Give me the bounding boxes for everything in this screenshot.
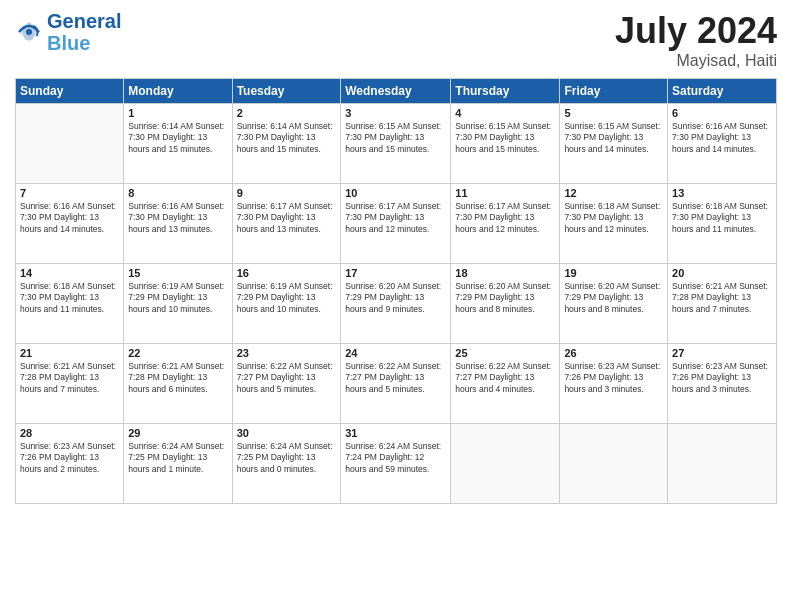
day-number: 3 xyxy=(345,107,446,119)
day-number: 11 xyxy=(455,187,555,199)
day-info: Sunrise: 6:17 AM Sunset: 7:30 PM Dayligh… xyxy=(345,201,446,235)
day-info: Sunrise: 6:23 AM Sunset: 7:26 PM Dayligh… xyxy=(20,441,119,475)
day-number: 30 xyxy=(237,427,337,439)
day-info: Sunrise: 6:17 AM Sunset: 7:30 PM Dayligh… xyxy=(237,201,337,235)
calendar-cell: 28Sunrise: 6:23 AM Sunset: 7:26 PM Dayli… xyxy=(16,424,124,504)
calendar-cell: 31Sunrise: 6:24 AM Sunset: 7:24 PM Dayli… xyxy=(341,424,451,504)
svg-point-2 xyxy=(26,29,32,35)
calendar-week-row: 21Sunrise: 6:21 AM Sunset: 7:28 PM Dayli… xyxy=(16,344,777,424)
calendar-cell: 16Sunrise: 6:19 AM Sunset: 7:29 PM Dayli… xyxy=(232,264,341,344)
day-info: Sunrise: 6:15 AM Sunset: 7:30 PM Dayligh… xyxy=(345,121,446,155)
calendar-cell: 25Sunrise: 6:22 AM Sunset: 7:27 PM Dayli… xyxy=(451,344,560,424)
weekday-header: Wednesday xyxy=(341,79,451,104)
weekday-header: Thursday xyxy=(451,79,560,104)
weekday-header: Sunday xyxy=(16,79,124,104)
calendar-cell xyxy=(560,424,668,504)
calendar-cell: 7Sunrise: 6:16 AM Sunset: 7:30 PM Daylig… xyxy=(16,184,124,264)
day-number: 8 xyxy=(128,187,227,199)
day-info: Sunrise: 6:16 AM Sunset: 7:30 PM Dayligh… xyxy=(672,121,772,155)
logo-line1: General xyxy=(47,10,121,32)
day-number: 27 xyxy=(672,347,772,359)
day-number: 15 xyxy=(128,267,227,279)
day-number: 1 xyxy=(128,107,227,119)
calendar-cell: 10Sunrise: 6:17 AM Sunset: 7:30 PM Dayli… xyxy=(341,184,451,264)
day-info: Sunrise: 6:24 AM Sunset: 7:25 PM Dayligh… xyxy=(128,441,227,475)
calendar-cell: 9Sunrise: 6:17 AM Sunset: 7:30 PM Daylig… xyxy=(232,184,341,264)
day-number: 26 xyxy=(564,347,663,359)
day-number: 18 xyxy=(455,267,555,279)
day-number: 14 xyxy=(20,267,119,279)
calendar-cell: 26Sunrise: 6:23 AM Sunset: 7:26 PM Dayli… xyxy=(560,344,668,424)
day-number: 17 xyxy=(345,267,446,279)
day-info: Sunrise: 6:15 AM Sunset: 7:30 PM Dayligh… xyxy=(455,121,555,155)
day-info: Sunrise: 6:21 AM Sunset: 7:28 PM Dayligh… xyxy=(672,281,772,315)
day-number: 21 xyxy=(20,347,119,359)
day-info: Sunrise: 6:19 AM Sunset: 7:29 PM Dayligh… xyxy=(237,281,337,315)
day-info: Sunrise: 6:22 AM Sunset: 7:27 PM Dayligh… xyxy=(237,361,337,395)
calendar-cell: 24Sunrise: 6:22 AM Sunset: 7:27 PM Dayli… xyxy=(341,344,451,424)
calendar-cell: 21Sunrise: 6:21 AM Sunset: 7:28 PM Dayli… xyxy=(16,344,124,424)
day-number: 10 xyxy=(345,187,446,199)
day-number: 7 xyxy=(20,187,119,199)
calendar-cell xyxy=(16,104,124,184)
calendar-cell: 4Sunrise: 6:15 AM Sunset: 7:30 PM Daylig… xyxy=(451,104,560,184)
day-info: Sunrise: 6:24 AM Sunset: 7:24 PM Dayligh… xyxy=(345,441,446,475)
day-info: Sunrise: 6:24 AM Sunset: 7:25 PM Dayligh… xyxy=(237,441,337,475)
day-number: 23 xyxy=(237,347,337,359)
calendar-cell xyxy=(668,424,777,504)
calendar-cell: 18Sunrise: 6:20 AM Sunset: 7:29 PM Dayli… xyxy=(451,264,560,344)
day-info: Sunrise: 6:20 AM Sunset: 7:29 PM Dayligh… xyxy=(455,281,555,315)
calendar-cell: 27Sunrise: 6:23 AM Sunset: 7:26 PM Dayli… xyxy=(668,344,777,424)
day-info: Sunrise: 6:21 AM Sunset: 7:28 PM Dayligh… xyxy=(128,361,227,395)
day-info: Sunrise: 6:18 AM Sunset: 7:30 PM Dayligh… xyxy=(672,201,772,235)
calendar-cell: 12Sunrise: 6:18 AM Sunset: 7:30 PM Dayli… xyxy=(560,184,668,264)
day-number: 6 xyxy=(672,107,772,119)
day-number: 2 xyxy=(237,107,337,119)
day-number: 25 xyxy=(455,347,555,359)
calendar-cell: 2Sunrise: 6:14 AM Sunset: 7:30 PM Daylig… xyxy=(232,104,341,184)
calendar-cell: 1Sunrise: 6:14 AM Sunset: 7:30 PM Daylig… xyxy=(124,104,232,184)
day-info: Sunrise: 6:23 AM Sunset: 7:26 PM Dayligh… xyxy=(564,361,663,395)
calendar: SundayMondayTuesdayWednesdayThursdayFrid… xyxy=(15,78,777,504)
day-info: Sunrise: 6:17 AM Sunset: 7:30 PM Dayligh… xyxy=(455,201,555,235)
day-info: Sunrise: 6:21 AM Sunset: 7:28 PM Dayligh… xyxy=(20,361,119,395)
day-number: 31 xyxy=(345,427,446,439)
day-number: 5 xyxy=(564,107,663,119)
day-info: Sunrise: 6:15 AM Sunset: 7:30 PM Dayligh… xyxy=(564,121,663,155)
calendar-cell: 5Sunrise: 6:15 AM Sunset: 7:30 PM Daylig… xyxy=(560,104,668,184)
day-number: 9 xyxy=(237,187,337,199)
day-info: Sunrise: 6:20 AM Sunset: 7:29 PM Dayligh… xyxy=(564,281,663,315)
location: Mayisad, Haiti xyxy=(615,52,777,70)
day-number: 20 xyxy=(672,267,772,279)
day-number: 24 xyxy=(345,347,446,359)
calendar-cell: 19Sunrise: 6:20 AM Sunset: 7:29 PM Dayli… xyxy=(560,264,668,344)
day-info: Sunrise: 6:18 AM Sunset: 7:30 PM Dayligh… xyxy=(20,281,119,315)
day-info: Sunrise: 6:14 AM Sunset: 7:30 PM Dayligh… xyxy=(237,121,337,155)
calendar-cell: 17Sunrise: 6:20 AM Sunset: 7:29 PM Dayli… xyxy=(341,264,451,344)
day-number: 22 xyxy=(128,347,227,359)
day-info: Sunrise: 6:23 AM Sunset: 7:26 PM Dayligh… xyxy=(672,361,772,395)
day-number: 28 xyxy=(20,427,119,439)
calendar-cell: 23Sunrise: 6:22 AM Sunset: 7:27 PM Dayli… xyxy=(232,344,341,424)
calendar-cell: 6Sunrise: 6:16 AM Sunset: 7:30 PM Daylig… xyxy=(668,104,777,184)
day-info: Sunrise: 6:19 AM Sunset: 7:29 PM Dayligh… xyxy=(128,281,227,315)
calendar-cell: 3Sunrise: 6:15 AM Sunset: 7:30 PM Daylig… xyxy=(341,104,451,184)
day-number: 12 xyxy=(564,187,663,199)
day-number: 16 xyxy=(237,267,337,279)
day-info: Sunrise: 6:18 AM Sunset: 7:30 PM Dayligh… xyxy=(564,201,663,235)
calendar-cell: 29Sunrise: 6:24 AM Sunset: 7:25 PM Dayli… xyxy=(124,424,232,504)
calendar-cell: 30Sunrise: 6:24 AM Sunset: 7:25 PM Dayli… xyxy=(232,424,341,504)
day-number: 19 xyxy=(564,267,663,279)
day-number: 29 xyxy=(128,427,227,439)
calendar-cell xyxy=(451,424,560,504)
weekday-header: Friday xyxy=(560,79,668,104)
calendar-cell: 8Sunrise: 6:16 AM Sunset: 7:30 PM Daylig… xyxy=(124,184,232,264)
day-info: Sunrise: 6:16 AM Sunset: 7:30 PM Dayligh… xyxy=(20,201,119,235)
calendar-week-row: 14Sunrise: 6:18 AM Sunset: 7:30 PM Dayli… xyxy=(16,264,777,344)
calendar-cell: 14Sunrise: 6:18 AM Sunset: 7:30 PM Dayli… xyxy=(16,264,124,344)
calendar-week-row: 28Sunrise: 6:23 AM Sunset: 7:26 PM Dayli… xyxy=(16,424,777,504)
logo: General Blue xyxy=(15,10,121,54)
weekday-header: Tuesday xyxy=(232,79,341,104)
day-number: 13 xyxy=(672,187,772,199)
title-block: July 2024 Mayisad, Haiti xyxy=(615,10,777,70)
